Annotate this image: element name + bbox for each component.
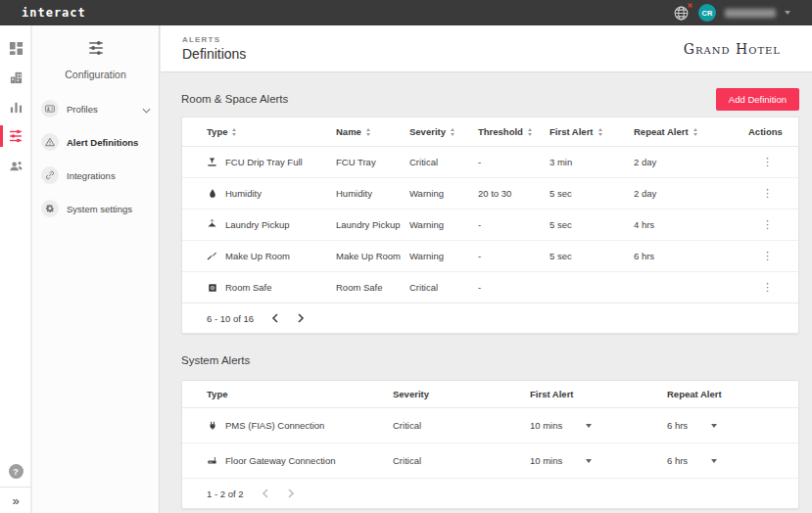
interact-logo: interact (22, 6, 86, 20)
pagination-prev-icon[interactable] (271, 313, 279, 323)
dropdown-caret-icon[interactable] (711, 459, 717, 463)
table-row: Laundry Pickup Laundry Pickup Warning - … (182, 210, 798, 241)
sidebar-item-integrations[interactable]: Integrations (32, 159, 159, 192)
sidebar-item-label: Alert Definitions (67, 137, 138, 148)
column-header-type: Type (207, 389, 393, 399)
alert-severity: Critical (393, 420, 530, 431)
humidity-icon (207, 188, 217, 199)
table-row: Humidity Humidity Warning 20 to 30 5 sec… (182, 178, 798, 210)
sidebar-item-label: Integrations (67, 170, 116, 181)
column-header-threshold[interactable]: Threshold (478, 126, 549, 137)
alert-name: Laundry Pickup (336, 219, 409, 230)
pagination-label: 6 - 10 of 16 (207, 313, 254, 324)
rail-users-icon[interactable] (0, 151, 31, 180)
alert-severity: Warning (409, 219, 478, 230)
rail-configuration-icon[interactable] (0, 121, 31, 151)
dropdown-caret-icon[interactable] (586, 459, 592, 463)
table-row: Room Safe Room Safe Critical - ⋮ (182, 272, 798, 303)
sidebar-item-label: System settings (67, 204, 132, 214)
page-title: Definitions (182, 46, 246, 62)
help-icon[interactable]: ? (9, 464, 24, 479)
rail-dashboard-icon[interactable] (0, 33, 31, 63)
alert-repeat-alert: 2 day (634, 157, 748, 167)
breadcrumb: ALERTS (182, 35, 246, 44)
rail-reports-icon[interactable] (0, 92, 31, 121)
alert-type-label: FCU Drip Tray Full (225, 157, 303, 167)
alert-type-label: Laundry Pickup (225, 219, 289, 230)
alert-severity: Critical (409, 157, 478, 167)
rail-divider (0, 487, 31, 488)
user-name-redacted (725, 9, 776, 18)
pagination-next-icon[interactable] (287, 489, 295, 498)
alert-severity: Warning (409, 251, 478, 261)
alert-triangle-icon (41, 133, 59, 151)
first-alert-value: 10 mins (530, 455, 562, 466)
network-status-icon[interactable]: ✕ (673, 5, 690, 22)
sort-icon (598, 128, 602, 136)
room-safe-icon (207, 282, 217, 293)
alert-name: Make Up Room (336, 251, 409, 261)
alert-severity: Critical (393, 455, 530, 466)
table-row: PMS (FIAS) Connection Critical 10 mins 6… (182, 408, 798, 443)
sort-icon (528, 128, 532, 136)
sidebar-item-alert-definitions[interactable]: Alert Definitions (32, 125, 159, 159)
topbar: interact ✕ CR (0, 0, 812, 25)
pms-connection-icon (207, 420, 217, 431)
row-actions-menu-icon[interactable]: ⋮ (761, 157, 774, 167)
icon-rail: ? » (0, 25, 31, 513)
system-alerts-title: System Alerts (181, 354, 250, 366)
pagination-next-icon[interactable] (297, 313, 305, 323)
alert-type-label: Room Safe (225, 282, 272, 293)
alert-threshold: 20 to 30 (478, 188, 549, 199)
column-header-first-alert[interactable]: First Alert (549, 126, 634, 137)
alert-type-label: Make Up Room (225, 251, 290, 261)
row-actions-menu-icon[interactable]: ⋮ (761, 251, 774, 261)
alert-threshold: - (478, 282, 549, 293)
alert-name: Humidity (336, 188, 409, 199)
column-header-name[interactable]: Name (336, 126, 409, 137)
configuration-icon (85, 43, 107, 60)
add-definition-button[interactable]: Add Definition (716, 88, 799, 111)
pagination-prev-icon[interactable] (262, 489, 269, 498)
alert-threshold: - (478, 157, 549, 167)
table-row: Floor Gateway Connection Critical 10 min… (182, 443, 798, 479)
alert-name: FCU Tray (336, 157, 409, 167)
table-row: Make Up Room Make Up Room Warning - 5 se… (182, 241, 798, 272)
link-icon (41, 166, 59, 184)
gear-icon (41, 200, 59, 217)
system-alerts-table-header: Type Severity First Alert Repeat Alert (182, 381, 798, 408)
connection-error-badge: ✕ (687, 2, 693, 9)
sort-icon (366, 128, 370, 136)
alert-repeat-alert: 6 hrs (634, 251, 748, 261)
user-menu-caret-icon[interactable] (785, 11, 790, 15)
sort-icon (693, 128, 697, 136)
row-actions-menu-icon[interactable]: ⋮ (761, 219, 774, 230)
sidebar-item-profiles[interactable]: Profiles (32, 92, 159, 125)
alert-threshold: - (478, 219, 549, 230)
profiles-icon (41, 100, 59, 117)
page-header: ALERTS Definitions Grand Hotel (161, 25, 812, 72)
sort-icon (451, 128, 454, 136)
dropdown-caret-icon[interactable] (711, 424, 717, 428)
avatar[interactable]: CR (698, 4, 716, 22)
column-header-repeat-alert[interactable]: Repeat Alert (634, 126, 748, 137)
column-header-repeat-alert: Repeat Alert (667, 389, 774, 399)
rail-building-icon[interactable] (0, 63, 31, 92)
sidebar-item-label: Profiles (67, 104, 98, 115)
repeat-alert-value: 6 hrs (667, 420, 688, 431)
dropdown-caret-icon[interactable] (586, 424, 592, 428)
column-header-severity[interactable]: Severity (409, 126, 478, 137)
pagination-label: 1 - 2 of 2 (207, 489, 244, 499)
column-header-type[interactable]: Type (207, 126, 336, 137)
room-alerts-pagination: 6 - 10 of 16 (182, 303, 798, 333)
sidebar-item-system-settings[interactable]: System settings (32, 192, 159, 225)
table-row: FCU Drip Tray Full FCU Tray Critical - 3… (182, 147, 798, 178)
system-alerts-card: Type Severity First Alert Repeat Alert P… (181, 380, 799, 509)
alert-severity: Warning (409, 188, 478, 199)
expand-sidebar-icon[interactable]: » (0, 493, 31, 509)
chevron-down-icon (142, 100, 151, 117)
row-actions-menu-icon[interactable]: ⋮ (761, 282, 774, 293)
floor-gateway-icon (207, 455, 217, 466)
row-actions-menu-icon[interactable]: ⋮ (761, 188, 774, 199)
repeat-alert-value: 6 hrs (667, 455, 688, 466)
